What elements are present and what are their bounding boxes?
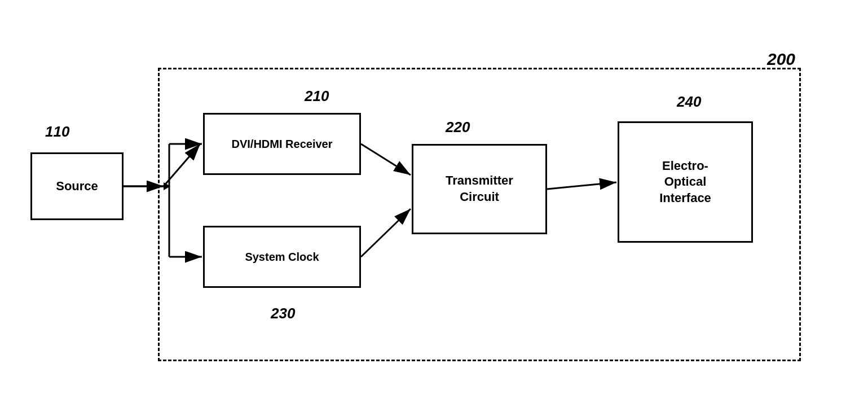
label-210: 210 (305, 87, 329, 105)
system-clock-label: System Clock (245, 249, 319, 264)
diagram-container: 200 Source 110 DVI/HDMI Receiver 210 Sys… (0, 0, 868, 416)
label-230: 230 (271, 305, 295, 322)
label-220: 220 (446, 119, 470, 136)
transmitter-label: Transmitter Circuit (446, 173, 513, 205)
dvi-hdmi-label: DVI/HDMI Receiver (232, 137, 333, 151)
system-clock-box: System Clock (203, 226, 361, 288)
transmitter-box: Transmitter Circuit (412, 144, 547, 234)
source-box: Source (30, 152, 124, 220)
label-200: 200 (767, 50, 795, 69)
label-240: 240 (677, 93, 701, 111)
label-110: 110 (45, 123, 69, 141)
dvi-hdmi-box: DVI/HDMI Receiver (203, 113, 361, 175)
electro-optical-label: Electro- Optical Interface (659, 158, 711, 207)
electro-optical-box: Electro- Optical Interface (618, 121, 753, 243)
source-label: Source (56, 178, 98, 195)
